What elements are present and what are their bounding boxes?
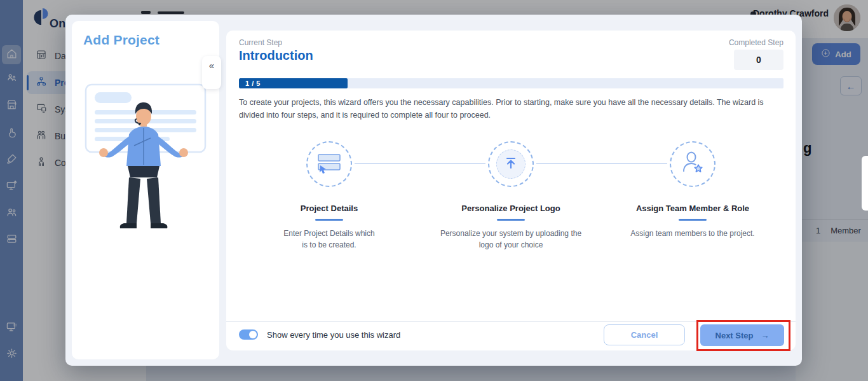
current-step-value: Introduction — [239, 48, 313, 63]
current-step-label: Current Step — [239, 38, 282, 47]
step-circle — [670, 141, 715, 187]
application-window: One Dorothy Crawford Dash Proje S — [0, 0, 868, 381]
cancel-button-label: Cancel — [631, 330, 658, 340]
toggle-knob — [249, 331, 257, 338]
step-title: Project Details — [253, 204, 405, 213]
wizard-progress-label: 1 / 5 — [239, 80, 261, 87]
step-inner-circle — [496, 149, 526, 179]
wizard-step-project-details: Project Details Enter Project Details wh… — [253, 141, 405, 251]
wizard-progress-bar: 1 / 5 — [239, 78, 783, 88]
presenter-illustration — [78, 77, 213, 249]
upload-icon — [503, 155, 519, 174]
step-description: Assign team members to the project. — [616, 228, 769, 239]
step-description: Enter Project Details which is to be cre… — [281, 228, 377, 251]
completed-step-value: 0 — [734, 50, 783, 70]
completed-step-label: Completed Step — [729, 38, 783, 47]
collapse-panel-button[interactable]: « — [202, 56, 221, 89]
chevrons-left-icon: « — [209, 60, 214, 89]
step-circle — [306, 141, 352, 187]
step-underline — [315, 219, 343, 221]
assign-member-icon — [679, 149, 706, 179]
modal-right-panel: Current Step Introduction Completed Step… — [226, 31, 796, 350]
step-title: Personalize Project Logo — [435, 204, 587, 213]
cancel-button[interactable]: Cancel — [604, 324, 685, 345]
show-wizard-toggle[interactable] — [239, 329, 258, 340]
step-title: Assign Team Member & Role — [616, 204, 769, 213]
wizard-step-personalize-logo: Personalize Project Logo Personalize you… — [435, 141, 587, 251]
wizard-description: To create your projects, this wizard off… — [239, 96, 785, 121]
panel-edge-handle[interactable] — [862, 156, 868, 211]
modal-title: Add Project — [83, 32, 159, 48]
step-circle — [488, 141, 534, 187]
step-description: Personalize your system by uploading the… — [435, 228, 587, 251]
annotation-highlight-box — [696, 320, 790, 351]
add-project-modal: Add Project — [65, 15, 802, 366]
wizard-progress-fill: 1 / 5 — [239, 78, 348, 88]
step-underline — [497, 219, 525, 221]
form-cursor-icon — [316, 150, 342, 178]
step-underline — [679, 219, 707, 221]
modal-left-panel: Add Project — [72, 21, 219, 359]
wizard-step-assign-team: Assign Team Member & Role Assign team me… — [616, 141, 769, 239]
toggle-label: Show every time you use this wizard — [267, 330, 400, 340]
